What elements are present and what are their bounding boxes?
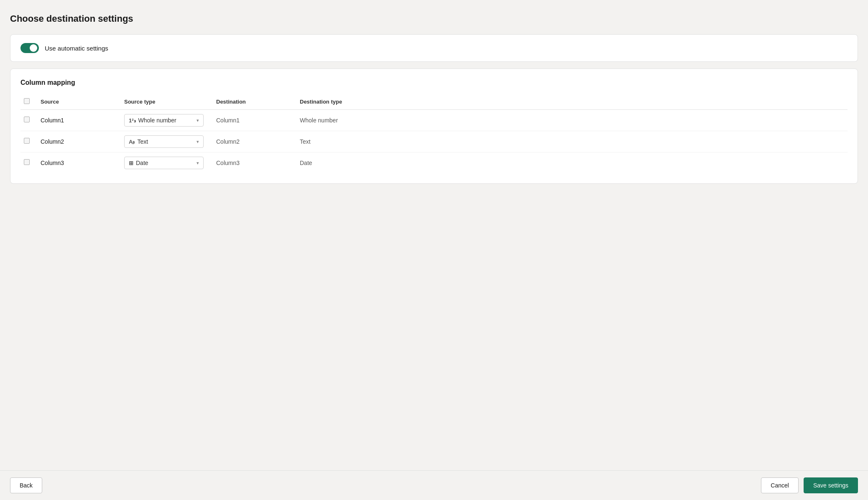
column-mapping-table: Source Source type Destination Destinati… (20, 95, 848, 173)
footer: Back Cancel Save settings (0, 470, 868, 500)
destination-type-cell-2: Text (300, 138, 311, 145)
source-type-label-1: Whole number (138, 117, 176, 124)
destination-type-column-header: Destination type (296, 95, 848, 110)
column-mapping-card: Column mapping Source Source type Destin… (10, 69, 858, 184)
table-row: Column3 ⊞ Date ▾ Column3 Date (20, 152, 848, 174)
source-cell-2: Column2 (37, 131, 121, 152)
destination-cell-2: Column2 (213, 131, 296, 152)
destination-column-header: Destination (213, 95, 296, 110)
type-icon-3: ⊞ (129, 160, 133, 166)
auto-settings-toggle[interactable] (20, 43, 39, 53)
row-checkbox-3[interactable] (24, 159, 30, 165)
cancel-button[interactable]: Cancel (761, 477, 799, 493)
type-icon-2: Aᵦ (129, 139, 135, 145)
source-type-dropdown-2[interactable]: Aᵦ Text ▾ (124, 135, 204, 148)
section-title: Column mapping (20, 79, 848, 86)
source-cell-1: Column1 (37, 110, 121, 131)
table-header-row: Source Source type Destination Destinati… (20, 95, 848, 110)
table-row: Column2 Aᵦ Text ▾ Column2 Text (20, 131, 848, 152)
auto-settings-card: Use automatic settings (10, 34, 858, 62)
chevron-down-icon: ▾ (197, 118, 199, 123)
page-title: Choose destination settings (10, 13, 858, 24)
source-type-column-header: Source type (121, 95, 213, 110)
row-checkbox-2[interactable] (24, 138, 30, 144)
destination-cell-3: Column3 (213, 152, 296, 174)
destination-cell-1: Column1 (213, 110, 296, 131)
back-button[interactable]: Back (10, 477, 42, 493)
auto-settings-label: Use automatic settings (45, 45, 108, 52)
destination-type-cell-3: Date (300, 160, 312, 166)
source-type-dropdown-3[interactable]: ⊞ Date ▾ (124, 157, 204, 169)
type-icon-1: 1²₃ (129, 117, 136, 124)
source-type-label-2: Text (137, 138, 148, 145)
source-type-label-3: Date (136, 160, 148, 166)
select-all-checkbox[interactable] (24, 98, 30, 104)
row-checkbox-1[interactable] (24, 117, 30, 122)
source-cell-3: Column3 (37, 152, 121, 174)
destination-type-cell-1: Whole number (300, 117, 338, 124)
save-settings-button[interactable]: Save settings (804, 477, 858, 493)
chevron-down-icon: ▾ (197, 139, 199, 145)
source-column-header: Source (37, 95, 121, 110)
source-type-dropdown-1[interactable]: 1²₃ Whole number ▾ (124, 114, 204, 127)
chevron-down-icon: ▾ (197, 160, 199, 166)
table-row: Column1 1²₃ Whole number ▾ Column1 Whole… (20, 110, 848, 131)
